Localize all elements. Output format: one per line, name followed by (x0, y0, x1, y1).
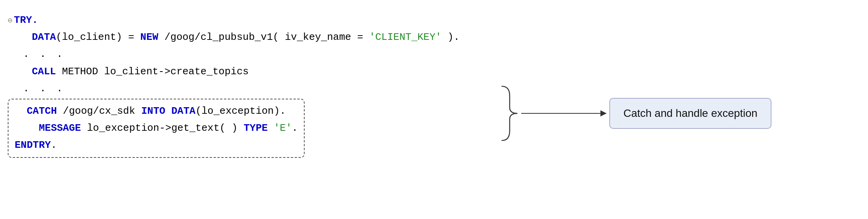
right-bracket-icon (498, 84, 521, 142)
code-section: ⊖ TRY. DATA (lo_client) = NEW /goog/cl_p… (8, 12, 541, 158)
annotation-group: Catch and handle exception (498, 84, 771, 142)
indent-catch (15, 103, 27, 120)
indent-call (8, 63, 32, 80)
call-rest: METHOD lo_client->create_topics (56, 63, 249, 80)
catch-keyword: CATCH (27, 103, 57, 120)
into-keyword: INTO (141, 103, 165, 120)
highlighted-block: CATCH /goog/cx_sdk INTO DATA (lo_excepti… (8, 99, 305, 158)
catch-line: CATCH /goog/cx_sdk INTO DATA (lo_excepti… (15, 103, 298, 120)
main-container: ⊖ TRY. DATA (lo_client) = NEW /goog/cl_p… (0, 0, 868, 219)
message-line: MESSAGE lo_exception->get_text( ) TYPE '… (15, 120, 298, 137)
client-key-string: 'CLIENT_KEY' (369, 29, 441, 46)
data-keyword-2: DATA (171, 103, 195, 120)
new-class: /goog/cl_pubsub_v1( iv_key_name = (158, 29, 369, 46)
new-keyword: NEW (140, 29, 158, 46)
endtry-line: ENDTRY . (15, 137, 298, 154)
dots-line-2: . . . (8, 80, 541, 97)
exception-var: (lo_exception). (195, 103, 286, 120)
callout-text: Catch and handle exception (623, 107, 757, 120)
endtry-keyword: ENDTRY (15, 137, 51, 154)
paren-close: ). (441, 29, 459, 46)
into-space (165, 103, 171, 120)
message-keyword: MESSAGE (39, 120, 81, 137)
type-keyword: TYPE (244, 120, 268, 137)
call-keyword: CALL (32, 63, 56, 80)
dots-line-1: . . . (8, 46, 541, 63)
code-line-call: CALL METHOD lo_client->create_topics (8, 63, 541, 80)
message-call: lo_exception->get_text( ) (81, 120, 244, 137)
arrow-line (521, 113, 606, 114)
try-keyword: TRY. (14, 12, 38, 29)
type-space (268, 120, 274, 137)
dots-2: . . . (23, 80, 65, 97)
data-rest: (lo_client) = (56, 29, 140, 46)
arrow-head-icon (600, 110, 607, 116)
message-dot: . (292, 120, 298, 137)
indent-msg (15, 120, 39, 137)
indent-2 (8, 29, 32, 46)
callout-box: Catch and handle exception (609, 98, 771, 129)
dots-1: . . . (23, 46, 65, 63)
code-line-data: DATA (lo_client) = NEW /goog/cl_pubsub_v… (8, 29, 541, 46)
code-line-try: ⊖ TRY. (8, 12, 541, 29)
catch-class: /goog/cx_sdk (57, 103, 141, 120)
type-e-string: 'E' (274, 120, 292, 137)
data-keyword: DATA (32, 29, 56, 46)
endtry-dot: . (51, 137, 57, 154)
collapse-icon[interactable]: ⊖ (8, 14, 12, 27)
